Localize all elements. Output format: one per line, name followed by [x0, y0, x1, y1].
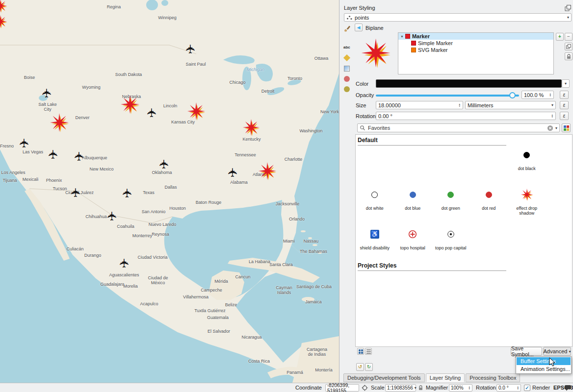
- opacity-spinbox[interactable]: 100.0 % ▲▼: [521, 91, 554, 99]
- map-basemap: [0, 0, 339, 383]
- back-arrow-icon: ◀: [357, 25, 361, 30]
- spinner-buttons[interactable]: ▲▼: [517, 386, 519, 390]
- menu-item[interactable]: Animation Settings...: [517, 365, 571, 373]
- coordinate-input[interactable]: -8206399, 5199155: [325, 384, 359, 392]
- spinner-buttons[interactable]: ▲▼: [459, 103, 461, 107]
- tree-item[interactable]: SVG Marker: [398, 47, 553, 53]
- airplane-marker: ✈: [106, 211, 118, 221]
- size-spinbox[interactable]: 18.00000 ▲▼: [376, 101, 463, 109]
- dot-symbol-icon: [371, 192, 378, 198]
- undock-icon[interactable]: [565, 5, 571, 11]
- map-canvas[interactable]: ReginaWinnipegSaint PaulOttawaTorontoChi…: [0, 0, 339, 383]
- layer-styling-panel: Layer Styling points ▾ abc ◀ Biplane ▼ M…: [339, 0, 573, 383]
- airplane-marker: ✈: [41, 88, 53, 98]
- spinner-buttons[interactable]: ▲▼: [551, 114, 553, 118]
- layer-selector[interactable]: points ▾: [344, 13, 572, 22]
- menu-item[interactable]: Buffer Settings: [517, 357, 571, 365]
- style-item[interactable]: topo pop capital: [432, 224, 470, 264]
- style-item[interactable]: dot black: [508, 145, 546, 184]
- style-manager-button[interactable]: [562, 123, 571, 132]
- rotation-spinbox[interactable]: 0.00 ° ▲▼: [376, 112, 556, 120]
- mouse-position-icon[interactable]: [362, 385, 368, 391]
- symbol-preview-star: [361, 38, 391, 68]
- rotation-data-defined-button[interactable]: ε: [560, 112, 569, 120]
- clear-filter-icon[interactable]: [547, 125, 553, 131]
- expand-icon[interactable]: ▼: [400, 35, 404, 38]
- icon-view-button[interactable]: [357, 348, 364, 355]
- spinner-buttons[interactable]: ▲▼: [469, 386, 470, 390]
- style-item[interactable]: dot blue: [394, 184, 432, 224]
- size-label: Size: [356, 102, 366, 108]
- lock-symbol-layer-button[interactable]: [565, 52, 573, 60]
- style-item-icon: [523, 147, 530, 162]
- undo-style-button[interactable]: ↺: [356, 363, 364, 371]
- point-layer-icon: [346, 15, 352, 20]
- history-tab-icon[interactable]: [344, 86, 350, 92]
- style-filter-combobox[interactable]: Favorites ▾: [357, 123, 560, 132]
- style-browser[interactable]: Default dot blackdot whitedot bluedot gr…: [355, 134, 573, 347]
- dock-tab[interactable]: Processing Toolbox: [466, 373, 520, 382]
- render-checkbox[interactable]: ✓: [524, 385, 530, 391]
- size-data-defined-button[interactable]: ε: [560, 101, 569, 109]
- dock-tabs: Debugging/Development ToolsLayer Styling…: [343, 373, 520, 382]
- size-unit-value: Millimeters: [468, 102, 494, 108]
- remove-symbol-layer-button[interactable]: −: [565, 33, 573, 41]
- dock-tab[interactable]: Layer Styling: [426, 373, 465, 382]
- style-item[interactable]: ♿shield disability: [356, 224, 394, 264]
- dock-tab[interactable]: Debugging/Development Tools: [343, 373, 425, 382]
- lock-icon: [566, 53, 572, 59]
- dot-symbol-icon: [447, 192, 454, 198]
- symbol-layers-tree[interactable]: ▼ Marker Simple MarkerSVG Marker: [398, 32, 554, 74]
- color-menu-button[interactable]: ▾: [562, 79, 570, 88]
- style-filter-value: Favorites: [368, 125, 390, 131]
- duplicate-symbol-layer-button[interactable]: [565, 43, 573, 50]
- masks-tab-icon[interactable]: [344, 76, 350, 82]
- spinner-buttons[interactable]: ▲▼: [549, 93, 551, 97]
- search-icon: [360, 125, 365, 131]
- list-view-button[interactable]: [365, 348, 372, 355]
- symbol-breadcrumb: Biplane: [365, 25, 384, 31]
- hospital-symbol-icon: [408, 230, 417, 239]
- save-symbol-button[interactable]: Save Symbol...: [511, 347, 542, 356]
- style-item-label: effect drop shadow: [509, 206, 545, 216]
- scale-lock-icon[interactable]: [418, 385, 423, 391]
- scale-combobox[interactable]: 1:19083556▾: [385, 384, 416, 392]
- size-unit-combobox[interactable]: Millimeters ▾: [465, 101, 556, 109]
- style-item[interactable]: topo hospital: [394, 224, 432, 264]
- style-item[interactable]: dot white: [356, 184, 394, 224]
- symbology-tab[interactable]: [343, 24, 351, 33]
- tree-item-label: Simple Marker: [418, 40, 453, 46]
- airplane-marker: ✈: [118, 258, 130, 269]
- back-button[interactable]: ◀: [355, 24, 363, 31]
- chevron-down-icon: ▾: [565, 81, 567, 86]
- style-item-label: dot green: [442, 206, 460, 211]
- diagrams-tab-icon[interactable]: [343, 54, 350, 61]
- style-item-icon: [521, 187, 533, 202]
- style-manager-icon: [564, 125, 569, 131]
- starburst-marker: [187, 102, 206, 121]
- drop-shadow-symbol-icon: [521, 188, 533, 201]
- airplane-marker: ✈: [158, 159, 170, 170]
- add-symbol-layer-button[interactable]: +: [556, 33, 564, 41]
- starburst-marker: [242, 119, 260, 136]
- tree-item[interactable]: Simple Marker: [398, 40, 553, 47]
- messages-icon[interactable]: [564, 385, 572, 391]
- slider-handle[interactable]: [509, 92, 516, 98]
- 3d-view-tab-icon[interactable]: [344, 66, 350, 72]
- labels-tab[interactable]: abc: [343, 45, 350, 49]
- opacity-slider[interactable]: [376, 91, 519, 99]
- check-icon: ✓: [525, 386, 529, 391]
- style-item[interactable]: dot red: [470, 184, 508, 224]
- advanced-button[interactable]: Advanced▾: [543, 347, 571, 356]
- magnifier-spinbox[interactable]: 100%▲▼: [449, 384, 472, 392]
- style-item[interactable]: dot green: [432, 184, 470, 224]
- tree-item-marker[interactable]: ▼ Marker: [398, 33, 553, 40]
- rotation-status-spinbox[interactable]: 0.0 °▲▼: [496, 384, 521, 392]
- style-item[interactable]: effect drop shadow: [508, 184, 546, 224]
- redo-style-button[interactable]: ↻: [365, 363, 373, 371]
- opacity-data-defined-button[interactable]: ε: [560, 91, 569, 99]
- plus-icon: +: [558, 34, 561, 39]
- abc-icon: abc: [343, 45, 350, 49]
- qgis-window: ReginaWinnipegSaint PaulOttawaTorontoChi…: [0, 0, 573, 392]
- color-swatch-button[interactable]: [376, 79, 562, 88]
